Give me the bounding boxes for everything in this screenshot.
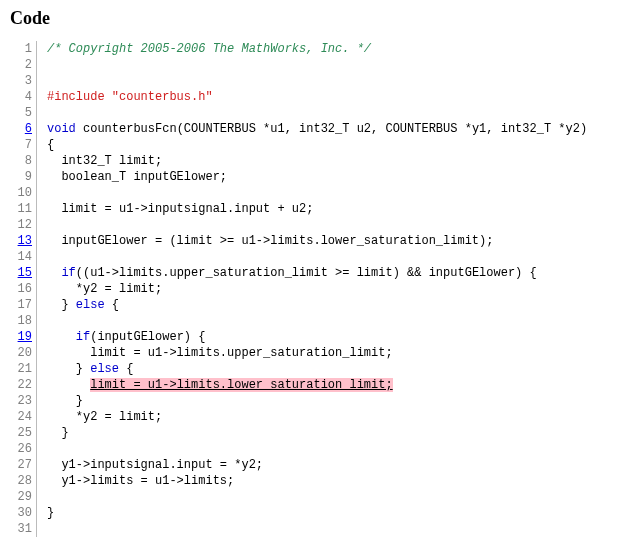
line-number: 22 (10, 377, 37, 393)
code-line: 2 (10, 57, 630, 73)
code-token: } (47, 426, 69, 440)
code-token: y1->limits = u1->limits; (47, 474, 234, 488)
code-content: void counterbusFcn(COUNTERBUS *u1, int32… (37, 121, 587, 137)
code-content: } (37, 425, 69, 441)
code-content: /* Copyright 2005-2006 The MathWorks, In… (37, 41, 371, 57)
code-token: /* Copyright 2005-2006 The MathWorks, In… (47, 42, 371, 56)
line-number: 20 (10, 345, 37, 361)
section-heading: Code (10, 8, 630, 29)
line-number-link[interactable]: 15 (10, 265, 37, 281)
line-number: 12 (10, 217, 37, 233)
line-number: 31 (10, 521, 37, 537)
line-number-link[interactable]: 19 (10, 329, 37, 345)
code-line: 26 (10, 441, 630, 457)
code-token: { (105, 298, 119, 312)
code-line: 1/* Copyright 2005-2006 The MathWorks, I… (10, 41, 630, 57)
line-number: 26 (10, 441, 37, 457)
code-line: 4#include "counterbus.h" (10, 89, 630, 105)
code-line: 8 int32_T limit; (10, 153, 630, 169)
code-token: (inputGElower) { (90, 330, 205, 344)
line-number: 16 (10, 281, 37, 297)
line-number: 27 (10, 457, 37, 473)
code-content: } else { (37, 297, 119, 313)
code-content: limit = u1->limits.lower_saturation_limi… (37, 377, 393, 393)
line-number: 24 (10, 409, 37, 425)
code-token: void (47, 122, 76, 136)
code-token: limit = u1->limits.upper_saturation_limi… (47, 346, 393, 360)
line-number: 23 (10, 393, 37, 409)
code-content: inputGElower = (limit >= u1->limits.lowe… (37, 233, 493, 249)
line-number: 17 (10, 297, 37, 313)
code-content (37, 249, 54, 265)
code-line: 30} (10, 505, 630, 521)
line-number: 8 (10, 153, 37, 169)
code-line: 22 limit = u1->limits.lower_saturation_l… (10, 377, 630, 393)
code-line: 16 *y2 = limit; (10, 281, 630, 297)
code-content (37, 313, 54, 329)
code-line: 12 (10, 217, 630, 233)
code-content: y1->inputsignal.input = *y2; (37, 457, 263, 473)
code-token: ((u1->limits.upper_saturation_limit >= l… (76, 266, 537, 280)
code-content: *y2 = limit; (37, 281, 162, 297)
line-number: 29 (10, 489, 37, 505)
code-line: 21 } else { (10, 361, 630, 377)
code-line: 11 limit = u1->inputsignal.input + u2; (10, 201, 630, 217)
line-number: 30 (10, 505, 37, 521)
line-number: 9 (10, 169, 37, 185)
line-number: 28 (10, 473, 37, 489)
code-content: } else { (37, 361, 133, 377)
line-number: 14 (10, 249, 37, 265)
code-token: limit = u1->limits.lower_saturation_limi… (90, 378, 392, 392)
code-line: 14 (10, 249, 630, 265)
code-line: 24 *y2 = limit; (10, 409, 630, 425)
code-token: if (76, 330, 90, 344)
code-token: counterbusFcn(COUNTERBUS *u1, int32_T u2… (76, 122, 587, 136)
code-content: boolean_T inputGElower; (37, 169, 227, 185)
code-content: if(inputGElower) { (37, 329, 205, 345)
code-token: } (47, 506, 54, 520)
code-token: else (76, 298, 105, 312)
code-token: inputGElower = (limit >= u1->limits.lowe… (47, 234, 493, 248)
line-number: 3 (10, 73, 37, 89)
line-number: 5 (10, 105, 37, 121)
code-block: 1/* Copyright 2005-2006 The MathWorks, I… (10, 41, 630, 537)
line-number: 18 (10, 313, 37, 329)
code-line: 20 limit = u1->limits.upper_saturation_l… (10, 345, 630, 361)
line-number-link[interactable]: 6 (10, 121, 37, 137)
code-token: { (47, 138, 54, 152)
code-token: limit = u1->inputsignal.input + u2; (47, 202, 313, 216)
code-content: y1->limits = u1->limits; (37, 473, 234, 489)
code-line: 15 if((u1->limits.upper_saturation_limit… (10, 265, 630, 281)
code-token (47, 330, 76, 344)
code-token (47, 266, 61, 280)
code-token: } (47, 362, 90, 376)
code-token: } (47, 394, 83, 408)
code-content: if((u1->limits.upper_saturation_limit >=… (37, 265, 537, 281)
code-token: *y2 = limit; (47, 282, 162, 296)
code-line: 6void counterbusFcn(COUNTERBUS *u1, int3… (10, 121, 630, 137)
line-number: 11 (10, 201, 37, 217)
code-line: 5 (10, 105, 630, 121)
code-content (37, 105, 54, 121)
code-line: 29 (10, 489, 630, 505)
code-token: else (90, 362, 119, 376)
code-line: 19 if(inputGElower) { (10, 329, 630, 345)
code-content: { (37, 137, 54, 153)
code-line: 25 } (10, 425, 630, 441)
code-content (37, 521, 54, 537)
line-number: 4 (10, 89, 37, 105)
code-line: 10 (10, 185, 630, 201)
code-line: 13 inputGElower = (limit >= u1->limits.l… (10, 233, 630, 249)
code-content: limit = u1->limits.upper_saturation_limi… (37, 345, 393, 361)
code-token: } (47, 298, 76, 312)
code-token: if (61, 266, 75, 280)
line-number: 2 (10, 57, 37, 73)
code-line: 7{ (10, 137, 630, 153)
code-content (37, 217, 54, 233)
code-content: limit = u1->inputsignal.input + u2; (37, 201, 313, 217)
line-number-link[interactable]: 13 (10, 233, 37, 249)
code-content: } (37, 393, 83, 409)
line-number: 10 (10, 185, 37, 201)
line-number: 1 (10, 41, 37, 57)
code-content: int32_T limit; (37, 153, 162, 169)
